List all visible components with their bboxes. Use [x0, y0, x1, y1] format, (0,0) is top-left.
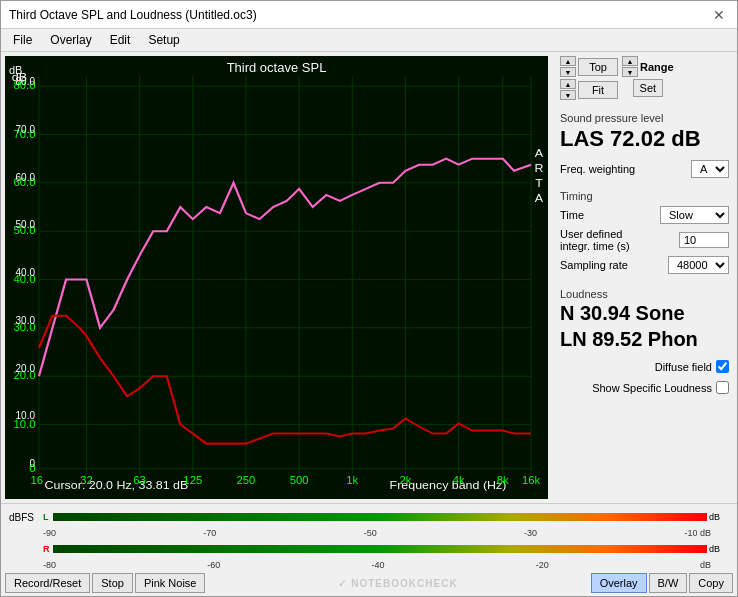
svg-text:A: A — [535, 192, 543, 204]
user-integ-row: User definedintegr. time (s) — [560, 228, 729, 252]
sampling-rate-select[interactable]: 48000 44100 96000 — [668, 256, 729, 274]
svg-text:16k: 16k — [522, 474, 541, 485]
svg-text:32: 32 — [80, 474, 93, 485]
spl-label: Sound pressure level — [560, 112, 729, 124]
loudness-section: Loudness N 30.94 Sone LN 89.52 Phon — [560, 284, 729, 352]
title-bar: Third Octave SPL and Loudness (Untitled.… — [1, 1, 737, 29]
svg-text:125: 125 — [183, 474, 202, 485]
svg-text:R: R — [534, 161, 543, 173]
svg-text:250: 250 — [237, 474, 256, 485]
bottom-area: dBFS L dB -90 -70 -50 -30 -10 dB R — [1, 503, 737, 596]
menu-bar: File Overlay Edit Setup — [1, 29, 737, 52]
l-bar — [53, 513, 707, 521]
spl-value: LAS 72.02 dB — [560, 126, 729, 152]
range-spin-down[interactable]: ▼ — [622, 67, 638, 77]
record-reset-button[interactable]: Record/Reset — [5, 573, 90, 593]
menu-file[interactable]: File — [5, 31, 40, 49]
svg-text:16: 16 — [30, 474, 43, 485]
watermark: ✓ NOTEBOOKCHECK — [207, 578, 588, 589]
range-spin-up[interactable]: ▲ — [622, 56, 638, 66]
range-spin-group: ▲ ▼ — [622, 56, 638, 77]
close-button[interactable]: ✕ — [709, 7, 729, 23]
svg-text:1k: 1k — [346, 474, 359, 485]
overlay-button[interactable]: Overlay — [591, 573, 647, 593]
right-panel: ▲ ▼ Top ▲ ▼ Fit — [552, 52, 737, 503]
set-button[interactable]: Set — [633, 79, 664, 97]
chart-db-label: dB — [9, 64, 22, 76]
timing-time-row: Time Slow Fast Impulse — [560, 206, 729, 224]
copy-button[interactable]: Copy — [689, 573, 733, 593]
buttons-row: Record/Reset Stop Pink Noise ✓ NOTEBOOKC… — [1, 570, 737, 596]
main-window: Third Octave SPL and Loudness (Untitled.… — [0, 0, 738, 597]
bw-button[interactable]: B/W — [649, 573, 688, 593]
timing-label: Timing — [560, 190, 729, 202]
svg-text:Cursor:  20.0 Hz, 33.81 dB: Cursor: 20.0 Hz, 33.81 dB — [45, 479, 189, 491]
dbfs-label: dBFS — [9, 512, 39, 523]
diffuse-field-label: Diffuse field — [655, 361, 712, 373]
svg-text:63: 63 — [133, 474, 146, 485]
svg-text:T: T — [535, 177, 543, 189]
user-integ-input[interactable] — [679, 232, 729, 248]
time-select[interactable]: Slow Fast Impulse — [660, 206, 729, 224]
freq-weighting-select[interactable]: A C Z — [691, 160, 729, 178]
main-content: Third octave SPL dB 80.0 70.0 60.0 50.0 … — [1, 52, 737, 503]
timing-section: Timing Time Slow Fast Impulse User defin… — [560, 186, 729, 274]
r-bar — [53, 545, 707, 553]
svg-text:8k: 8k — [497, 474, 510, 485]
chart-svg: A R T A Cursor: 20.0 Hz, 33.81 dB Freque… — [5, 56, 548, 499]
window-title: Third Octave SPL and Loudness (Untitled.… — [9, 8, 257, 22]
dbfs-l-row: dBFS L dB — [5, 506, 733, 528]
y-axis-labels: 80.0 70.0 60.0 50.0 40.0 30.0 20.0 10.0 … — [7, 76, 35, 469]
diffuse-field-checkbox[interactable] — [716, 360, 729, 373]
svg-text:2k: 2k — [399, 474, 412, 485]
top-spin-down[interactable]: ▼ — [560, 67, 576, 77]
show-specific-row: Show Specific Loudness — [560, 381, 729, 394]
loudness-n-value: N 30.94 Sone — [560, 300, 729, 326]
pink-noise-button[interactable]: Pink Noise — [135, 573, 206, 593]
svg-text:4k: 4k — [453, 474, 466, 485]
sampling-rate-label: Sampling rate — [560, 259, 628, 271]
show-specific-label: Show Specific Loudness — [592, 382, 712, 394]
top-controls: ▲ ▼ Top ▲ ▼ Fit — [560, 56, 729, 100]
sampling-rate-row: Sampling rate 48000 44100 96000 — [560, 256, 729, 274]
menu-setup[interactable]: Setup — [140, 31, 187, 49]
range-label: Range — [640, 61, 674, 73]
time-label: Time — [560, 209, 584, 221]
chart-area: Third octave SPL dB 80.0 70.0 60.0 50.0 … — [5, 56, 548, 499]
dbfs-r-row: R dB — [5, 538, 733, 560]
show-specific-checkbox[interactable] — [716, 381, 729, 394]
stop-button[interactable]: Stop — [92, 573, 133, 593]
diffuse-field-row: Diffuse field — [560, 360, 729, 373]
menu-overlay[interactable]: Overlay — [42, 31, 99, 49]
top-button[interactable]: Top — [578, 58, 618, 76]
user-integ-label: User definedintegr. time (s) — [560, 228, 630, 252]
l-channel-label: L — [43, 512, 51, 522]
menu-edit[interactable]: Edit — [102, 31, 139, 49]
top-spin-group: ▲ ▼ — [560, 56, 576, 77]
chart-title: Third octave SPL — [227, 60, 327, 75]
top-spin-up[interactable]: ▲ — [560, 56, 576, 66]
fit-button[interactable]: Fit — [578, 81, 618, 99]
spl-section: Sound pressure level LAS 72.02 dB — [560, 108, 729, 154]
freq-weighting-label: Freq. weighting — [560, 163, 635, 175]
svg-text:500: 500 — [290, 474, 309, 485]
range-group: ▲ ▼ Range Set — [622, 56, 674, 97]
loudness-label: Loudness — [560, 288, 729, 300]
fit-spin-group: ▲ ▼ — [560, 79, 576, 100]
freq-weighting-row: Freq. weighting A C Z — [560, 160, 729, 178]
r-channel-label: R — [43, 544, 51, 554]
svg-text:A: A — [535, 146, 543, 158]
fit-spin-down[interactable]: ▼ — [560, 90, 576, 100]
fit-spin-up[interactable]: ▲ — [560, 79, 576, 89]
loudness-ln-value: LN 89.52 Phon — [560, 326, 729, 352]
